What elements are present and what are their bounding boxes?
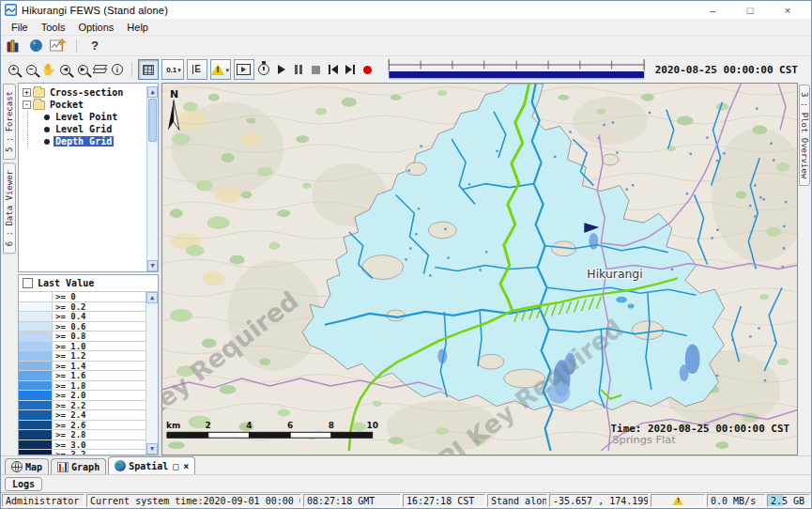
animation-timer-icon[interactable]: [257, 60, 271, 79]
wire-globe-icon: [11, 461, 23, 472]
status-coordinates: -35.657 , 174.199: [549, 494, 649, 507]
info-icon[interactable]: i: [110, 60, 124, 79]
timeseries-display-icon[interactable]: [50, 39, 67, 54]
time-slider[interactable]: [387, 58, 646, 81]
tree-scrollbar[interactable]: ▲ ▼: [146, 86, 158, 271]
tree-node-cross-section[interactable]: + Cross-section: [19, 86, 146, 99]
map-globe-icon[interactable]: [27, 39, 44, 54]
tree-node-level-grid[interactable]: Level Grid: [19, 123, 146, 135]
legend-swatch: [19, 381, 53, 391]
tab-spatial[interactable]: Spatial □ ×: [108, 456, 195, 474]
title-bar: Hikurangi FEWS (Stand alone) – □ ×: [1, 1, 811, 19]
zoom-previous-icon[interactable]: ◂: [58, 60, 72, 79]
explorer-icon[interactable]: [5, 39, 22, 54]
warning-icon: [672, 496, 682, 505]
folder-icon: [33, 88, 45, 98]
app-icon: [5, 4, 17, 16]
tab-graph[interactable]: Graph: [51, 458, 106, 474]
scrollbar-thumb[interactable]: [148, 99, 157, 142]
legend-row: >= 1.6: [19, 371, 146, 381]
tab-maximize-icon[interactable]: □: [173, 461, 178, 471]
legend-label: >= 1.0: [53, 342, 146, 351]
legend-scrollbar[interactable]: ▲ ▼: [146, 292, 158, 455]
legend-panel: Last Value >= 0 >= 0.2: [18, 274, 159, 455]
status-bar: Administrator Current system time:2020-0…: [1, 492, 811, 508]
scale-bar-toggle-button[interactable]: E: [187, 59, 207, 80]
menu-item[interactable]: Options: [71, 21, 120, 34]
scroll-up-icon[interactable]: ▲: [146, 292, 158, 303]
legend-row: >= 2.2: [19, 401, 146, 411]
tree-node-depth-grid[interactable]: Depth Grid: [19, 135, 146, 147]
right-dock-strip: 3 : Plot Overview: [798, 83, 811, 455]
layer-tree: + Cross-section - Pocket Level Point: [18, 83, 159, 272]
legend-swatch: [19, 421, 53, 430]
legend-row: >= 0: [19, 292, 146, 302]
contour-threshold-button[interactable]: 0.1 ▾: [161, 59, 183, 80]
tab-forecast[interactable]: 5 : Forecast: [3, 84, 16, 160]
contour-threshold-value: 0.1: [166, 66, 176, 74]
main-toolbar: ?: [1, 36, 811, 55]
expand-icon[interactable]: +: [23, 88, 31, 97]
legend-row: >= 2.6: [19, 421, 146, 431]
legend-swatch: [19, 342, 53, 351]
record-movie-button[interactable]: [360, 60, 375, 79]
status-warning-cell[interactable]: [651, 494, 705, 507]
tab-close-icon[interactable]: ×: [183, 461, 189, 471]
tree-node-pocket[interactable]: - Pocket: [19, 99, 146, 111]
animation-panel-button[interactable]: [234, 59, 254, 80]
tab-map[interactable]: Map: [5, 458, 49, 474]
play-button[interactable]: [274, 60, 288, 79]
collapse-icon[interactable]: -: [23, 100, 31, 109]
legend-label: >= 0.8: [53, 332, 146, 341]
maximize-button[interactable]: □: [740, 5, 760, 16]
legend-label: >= 0: [53, 292, 146, 301]
last-value-checkbox[interactable]: [23, 278, 33, 288]
layers-icon[interactable]: [93, 60, 107, 79]
scroll-down-icon[interactable]: ▼: [146, 443, 158, 455]
legend-row: >= 1.0: [19, 342, 146, 352]
grid-toggle-button[interactable]: [138, 59, 159, 80]
legend-row: >= 2.0: [19, 391, 146, 401]
spatial-toolbar: + − ✋ ◂ ▸ i 0.1 ▾ E ▾: [1, 55, 811, 83]
menu-item[interactable]: Tools: [35, 21, 72, 34]
legend-row: >= 2.8: [19, 430, 146, 440]
logs-tab[interactable]: Logs: [5, 477, 42, 491]
status-system-time: Current system time:2020-09-01 00:00 CST: [86, 494, 301, 507]
pause-button[interactable]: [291, 60, 305, 79]
menu-item[interactable]: File: [5, 21, 35, 34]
map-viewport[interactable]: API Key Required API Key Required Hikura…: [161, 83, 798, 455]
tab-data-viewer[interactable]: 6 : Data Viewer: [3, 162, 16, 254]
close-button[interactable]: ×: [777, 5, 798, 16]
skip-to-start-button[interactable]: [326, 60, 340, 79]
legend-row: >= 3.2: [19, 450, 146, 455]
svg-text:8: 8: [329, 421, 334, 430]
menu-item[interactable]: Help: [120, 21, 155, 34]
scroll-down-icon[interactable]: ▼: [147, 260, 158, 271]
legend-swatch: [19, 332, 53, 341]
layer-bullet-icon: [44, 127, 50, 132]
scroll-up-icon[interactable]: ▲: [147, 86, 158, 98]
help-button[interactable]: ?: [86, 39, 103, 54]
legend-row: >= 3.0: [19, 440, 146, 451]
status-gmt-time: 08:27:18 GMT: [303, 494, 401, 507]
zoom-in-icon[interactable]: +: [7, 60, 21, 79]
legend-row: >= 0.8: [19, 332, 146, 342]
zoom-next-icon[interactable]: ▸: [75, 60, 89, 79]
status-mode: Stand alone: [487, 494, 547, 507]
minimize-button[interactable]: –: [702, 5, 723, 16]
legend-label: >= 2.6: [53, 421, 146, 430]
legend-row: >= 0.4: [19, 312, 146, 322]
stop-button[interactable]: [309, 60, 323, 79]
zoom-out-icon[interactable]: −: [23, 60, 38, 79]
menu-bar: FileToolsOptionsHelp: [1, 19, 811, 36]
legend-label: >= 2.2: [53, 401, 146, 410]
globe-icon: [115, 460, 126, 471]
skip-to-end-button[interactable]: [343, 60, 357, 79]
pan-icon[interactable]: ✋: [41, 60, 55, 79]
toolbar-separator: [76, 39, 77, 53]
tab-plot-overview[interactable]: 3 : Plot Overview: [799, 85, 810, 186]
tree-node-level-point[interactable]: Level Point: [19, 111, 146, 123]
last-value-label: Last Value: [38, 278, 94, 288]
thresholds-warning-button[interactable]: ▾: [210, 59, 231, 80]
window-title: Hikurangi FEWS (Stand alone): [22, 5, 168, 16]
